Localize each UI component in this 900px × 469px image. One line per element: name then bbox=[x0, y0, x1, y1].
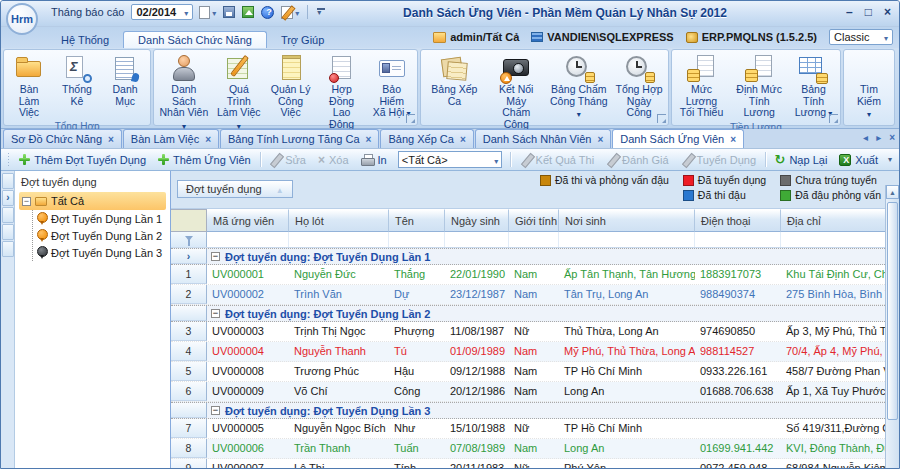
grid-cell[interactable]: Ấp Tân Thạnh, Tân Hương, ... bbox=[559, 265, 695, 284]
column-header-ho-lot[interactable]: Họ lót bbox=[289, 209, 389, 232]
grid-cell[interactable]: Dự bbox=[389, 285, 445, 304]
filter-cell[interactable] bbox=[289, 232, 389, 247]
row-indicator[interactable]: 8 bbox=[171, 439, 207, 458]
filter-cell[interactable] bbox=[695, 232, 781, 247]
column-header-dia-chi[interactable]: Địa chỉ bbox=[781, 209, 899, 232]
grid-cell[interactable]: 01/09/1989 bbox=[445, 342, 509, 361]
grid-cell[interactable]: 0933.226.161 bbox=[695, 362, 781, 381]
grid-cell[interactable]: Nguyễn Thanh bbox=[289, 342, 389, 361]
ribbon-button-ket-noi-may-cham-cong[interactable]: Kết Nối Máy Chấm Công bbox=[487, 51, 546, 131]
grid-cell[interactable]: Tân Trụ, Long An bbox=[559, 285, 695, 304]
add-candidate-button[interactable]: Thêm Ứng Viên bbox=[153, 154, 256, 166]
app-logo[interactable]: Hrm bbox=[6, 3, 38, 35]
grid-cell[interactable]: 15/10/1988 bbox=[445, 419, 509, 438]
grid-cell[interactable]: UV000002 bbox=[207, 285, 289, 304]
grid-cell[interactable]: KVI, Đông Thành, Đức Huệ bbox=[781, 439, 899, 458]
grid-cell[interactable]: 275 Bình Hòa, Bình Trị Đông bbox=[781, 285, 899, 304]
grid-cell[interactable]: 974690850 bbox=[695, 322, 781, 341]
grid-cell[interactable]: UV000007 bbox=[207, 459, 289, 469]
close-icon[interactable] bbox=[460, 133, 466, 145]
close-icon[interactable] bbox=[730, 133, 736, 145]
grid-cell[interactable]: 1883917073 bbox=[695, 265, 781, 284]
grid-cell[interactable]: Nguyễn Đức bbox=[289, 265, 389, 284]
grid-cell[interactable]: 0972.459.948 bbox=[695, 459, 781, 469]
grid-cell[interactable]: 70/4, Ấp 4, Mỹ Phú, Thủ T bbox=[781, 342, 899, 361]
ribbon-button-danh-sach-nhan-vien[interactable]: Danh Sách Nhân Viên bbox=[155, 51, 212, 133]
grid-cell[interactable]: TP Hồ Chí Minh bbox=[559, 362, 695, 381]
ribbon-button-tim-kiem[interactable]: Tìm Kiếm bbox=[845, 51, 893, 122]
dialog-launcher-icon[interactable] bbox=[829, 114, 838, 123]
column-header-ten[interactable]: Tên bbox=[389, 209, 445, 232]
row-indicator[interactable] bbox=[171, 306, 207, 321]
grid-cell[interactable]: Nữ bbox=[509, 322, 559, 341]
grid-cell[interactable]: Phượng bbox=[389, 322, 445, 341]
filter-cell[interactable] bbox=[509, 232, 559, 247]
filter-combo[interactable]: <Tất Cả> bbox=[398, 151, 502, 168]
save-button[interactable] bbox=[222, 5, 236, 19]
grid-cell[interactable]: Lê Thị bbox=[289, 459, 389, 469]
grid-cell[interactable]: Công bbox=[389, 382, 445, 401]
help-button[interactable] bbox=[260, 5, 275, 20]
reload-button[interactable]: Nạp Lại bbox=[770, 154, 833, 166]
grid-cell[interactable]: UV000001 bbox=[207, 265, 289, 284]
grid-cell[interactable]: Trịnh Thị Ngọc bbox=[289, 322, 389, 341]
grid-cell[interactable]: 68/984 Nguyễn Kiệm, Phư bbox=[781, 459, 899, 469]
grid-cell[interactable]: Trình Văn bbox=[289, 285, 389, 304]
grid-cell[interactable]: Long An bbox=[559, 439, 695, 458]
collapse-icon[interactable] bbox=[211, 406, 220, 415]
grid-cell[interactable]: 988114527 bbox=[695, 342, 781, 361]
close-icon[interactable] bbox=[597, 133, 603, 145]
maximize-button[interactable]: □ bbox=[865, 5, 872, 19]
grid-cell[interactable]: TP Hồ Chí Minh bbox=[559, 419, 695, 438]
doc-tab-so-do-chuc-nang[interactable]: Sơ Đồ Chức Năng bbox=[3, 129, 122, 148]
ribbon-button-bang-tinh-luong[interactable]: Bảng Tính Lương bbox=[788, 51, 839, 121]
filter-cell[interactable] bbox=[389, 232, 445, 247]
grid-cell[interactable]: UV000006 bbox=[207, 439, 289, 458]
grid-cell[interactable]: Tính bbox=[389, 459, 445, 469]
row-indicator[interactable] bbox=[171, 249, 207, 264]
grid-cell[interactable]: 458/7 Đường Phan Văn Tri bbox=[781, 362, 899, 381]
grid-cell[interactable]: 07/08/1989 bbox=[445, 439, 509, 458]
report-month-combo[interactable]: 02/2014 bbox=[131, 4, 193, 20]
grid-cell[interactable]: 11/08/1987 bbox=[445, 322, 509, 341]
grid-cell[interactable]: Như bbox=[389, 419, 445, 438]
tree-item-dot-1[interactable]: Đợt Tuyển Dụng Lần 1 bbox=[37, 210, 170, 227]
grid-cell[interactable]: 988490374 bbox=[695, 285, 781, 304]
customize-quick-access-icon[interactable] bbox=[315, 6, 327, 19]
grid-cell[interactable]: 01688.706.638 bbox=[695, 382, 781, 401]
grid-cell[interactable]: 09/12/1988 bbox=[445, 362, 509, 381]
scroll-right-icon[interactable]: ▸ bbox=[876, 132, 881, 143]
grid-cell[interactable]: Nam bbox=[509, 342, 559, 361]
grid-cell[interactable]: Thủ Thừa, Long An bbox=[559, 322, 695, 341]
row-indicator[interactable]: 1 bbox=[171, 265, 207, 284]
scroll-up-icon[interactable]: ▲ bbox=[886, 185, 899, 199]
row-indicator[interactable]: 4 bbox=[171, 342, 207, 361]
grid-cell[interactable]: Tú bbox=[389, 342, 445, 361]
column-header-ngay-sinh[interactable]: Ngày sinh bbox=[445, 209, 509, 232]
grid-cell[interactable]: 23/12/1987 bbox=[445, 285, 509, 304]
scrollbar-thumb[interactable] bbox=[887, 202, 898, 420]
grid-cell[interactable]: Phú Yên bbox=[559, 459, 695, 469]
filter-cell[interactable] bbox=[559, 232, 695, 247]
session-server[interactable]: VANDIEN\SQLEXPRESS bbox=[531, 31, 673, 43]
vertical-scrollbar[interactable]: ▲ bbox=[885, 185, 899, 469]
grid-cell[interactable]: Nam bbox=[509, 439, 559, 458]
tree-item-dot-3[interactable]: Đợt Tuyển Dụng Lần 3 bbox=[37, 244, 170, 261]
column-header-gioi-tinh[interactable]: Giới tính bbox=[509, 209, 559, 232]
grid-cell[interactable]: UV000005 bbox=[207, 419, 289, 438]
grid-cell[interactable] bbox=[695, 419, 781, 438]
grid-cell[interactable]: Long An bbox=[559, 382, 695, 401]
grid-cell[interactable]: Nam bbox=[509, 265, 559, 284]
row-indicator[interactable]: 6 bbox=[171, 382, 207, 401]
grid-cell[interactable]: Trương Phúc bbox=[289, 362, 389, 381]
grid-cell[interactable]: Mỹ Phú, Thủ Thừa, Long An bbox=[559, 342, 695, 361]
image-button[interactable] bbox=[241, 5, 255, 19]
row-indicator[interactable]: 2 bbox=[171, 285, 207, 304]
column-header-dien-thoai[interactable]: Điện thoại bbox=[695, 209, 781, 232]
grid-cell[interactable]: Nam bbox=[509, 382, 559, 401]
grid-cell[interactable]: Số 419/311,Đường Cách M bbox=[781, 419, 899, 438]
doc-tab-bang-tinh-luong-tang-ca[interactable]: Bảng Tính Lương Tăng Ca bbox=[220, 129, 379, 148]
close-icon[interactable]: × bbox=[889, 132, 895, 143]
ribbon-button-hop-dong-lao-dong[interactable]: Hợp Đồng Lao Động bbox=[316, 51, 367, 133]
dialog-launcher-icon[interactable] bbox=[657, 114, 666, 123]
